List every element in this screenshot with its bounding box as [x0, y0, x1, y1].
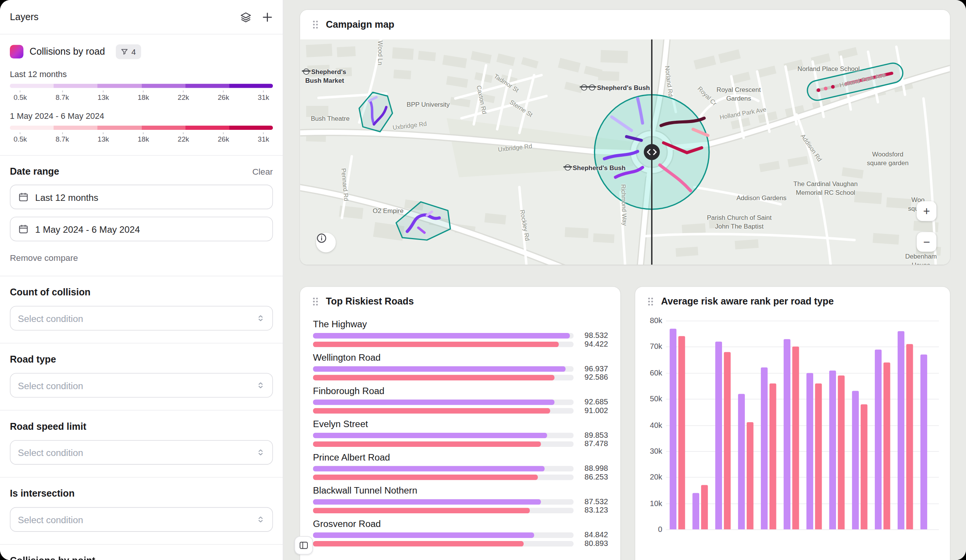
- gradient-segment: [54, 126, 97, 130]
- bar-value: 83.123: [580, 508, 608, 513]
- y-axis-label: 20k: [650, 473, 662, 481]
- tick-mark: [20, 90, 21, 92]
- road-name: Finborough Road: [313, 385, 608, 396]
- select-count-of-collision[interactable]: Select condition: [10, 306, 273, 331]
- map-canvas[interactable]: Wood LnShepherd's Bush MarketBush Theatr…: [300, 39, 950, 265]
- layer-row-collisions-by-road[interactable]: Collisions by road 4: [10, 44, 273, 59]
- road-name: The Highway: [313, 319, 608, 329]
- y-axis-label: 10k: [650, 499, 662, 508]
- select-road-type[interactable]: Select condition: [10, 373, 273, 398]
- bar-track: [313, 466, 574, 472]
- bar-fill: [313, 466, 545, 472]
- legend-tick: 0.5k: [14, 90, 27, 101]
- bar-value: 84.842: [580, 532, 608, 538]
- bar-fill: [313, 532, 534, 538]
- bar: [792, 347, 799, 529]
- map-graphics: [300, 39, 950, 265]
- drag-handle-icon[interactable]: [312, 296, 319, 306]
- gradient-segment: [98, 84, 141, 88]
- bar-track: [313, 333, 574, 339]
- road-bars-group: 98.53294.422: [313, 333, 608, 347]
- map-info-button[interactable]: [316, 233, 336, 252]
- tick-mark: [62, 133, 63, 134]
- bar-track: [313, 532, 574, 538]
- bar-value: 92.586: [580, 375, 608, 380]
- legend-tick: 18k: [138, 90, 149, 101]
- bar: [715, 342, 722, 530]
- road-bars-group: 84.84280.893: [313, 532, 608, 546]
- bar-fill: [313, 408, 550, 414]
- bar-fill: [313, 475, 538, 480]
- bar-value: 87.532: [580, 499, 608, 505]
- bar: [678, 336, 685, 529]
- road-bars-group: 92.68591.002: [313, 400, 608, 413]
- bar-group: [920, 355, 927, 529]
- road-row: Finborough Road92.68591.002: [313, 385, 608, 414]
- zoom-in-button[interactable]: +: [917, 201, 936, 221]
- bar: [692, 493, 699, 529]
- add-layer-icon[interactable]: [262, 11, 273, 22]
- gradient-segment: [10, 126, 54, 130]
- bar: [861, 404, 867, 529]
- bar-track: [313, 400, 574, 405]
- bar-fill: [313, 342, 559, 347]
- layers-icon[interactable]: [240, 11, 252, 23]
- divider: [0, 155, 283, 156]
- legend-tick: 18k: [138, 133, 149, 143]
- bar: [738, 394, 745, 529]
- legend-primary-gradient: [10, 84, 273, 88]
- select-is-intersection[interactable]: Select condition: [10, 507, 273, 532]
- bar-value: 91.002: [580, 408, 608, 414]
- date-range-primary-input[interactable]: Last 12 months: [10, 185, 273, 209]
- bar: [920, 355, 927, 529]
- bar-group: [670, 328, 685, 529]
- chevron-up-down-icon: [256, 314, 265, 323]
- bar: [829, 370, 836, 529]
- legend-primary: Last 12 months 0.5k8.7k13k18k22k26k31k: [10, 69, 273, 101]
- tick-mark: [263, 133, 264, 134]
- road-row: Blackwall Tunnel Nothern87.53283.123: [313, 485, 608, 513]
- gradient-segment: [185, 84, 229, 88]
- collapse-sidebar-button[interactable]: [294, 536, 313, 555]
- legend-compare-gradient: [10, 126, 273, 130]
- panel-left-icon: [299, 540, 309, 550]
- legend-tick: 31k: [258, 133, 269, 143]
- filter-title-road-speed-limit: Road speed limit: [10, 421, 86, 432]
- calendar-icon: [18, 192, 29, 202]
- panel-header: Layers: [0, 0, 283, 34]
- road-bars-group: 96.93792.586: [313, 366, 608, 380]
- bar-fill: [313, 375, 554, 380]
- legend-tick: 13k: [98, 90, 109, 101]
- drag-handle-icon[interactable]: [647, 296, 654, 306]
- date-range-compare-input[interactable]: 1 May 2024 - 6 May 2024: [10, 217, 273, 241]
- select-road-speed-limit[interactable]: Select condition: [10, 440, 273, 465]
- y-axis-label: 70k: [650, 342, 662, 351]
- drag-handle-icon[interactable]: [312, 20, 319, 29]
- divider: [0, 276, 283, 277]
- remove-compare-link[interactable]: Remove compare: [10, 253, 78, 263]
- bar: [898, 331, 904, 529]
- bar: [875, 349, 882, 529]
- y-axis-label: 50k: [650, 395, 662, 403]
- clear-date-range-button[interactable]: Clear: [252, 167, 273, 177]
- layer-title-collisions-by-point[interactable]: Collisions by point: [10, 555, 95, 560]
- map-card-title: Campaign map: [326, 19, 394, 30]
- filter-count: 4: [131, 47, 136, 56]
- legend-compare-ticks: 0.5k8.7k13k18k22k26k31k: [10, 133, 273, 143]
- y-axis-label: 40k: [650, 421, 662, 429]
- rank-card-title: Average risk aware rank per road type: [661, 296, 834, 307]
- legend-tick: 8.7k: [56, 133, 69, 143]
- bar: [884, 363, 890, 530]
- roads-card-title: Top Riskiest Roads: [326, 296, 414, 307]
- bar-group: [875, 349, 890, 529]
- divider: [0, 343, 283, 344]
- bar: [906, 344, 913, 529]
- filter-count-chip[interactable]: 4: [116, 44, 141, 59]
- filter-title-count-of-collision: Count of collision: [10, 287, 90, 298]
- road-name: Evelyn Street: [313, 418, 608, 429]
- tick-mark: [62, 90, 63, 92]
- bar-group: [898, 331, 913, 529]
- road-bars-group: 87.53283.123: [313, 499, 608, 513]
- divider: [0, 477, 283, 478]
- zoom-out-button[interactable]: −: [917, 232, 936, 252]
